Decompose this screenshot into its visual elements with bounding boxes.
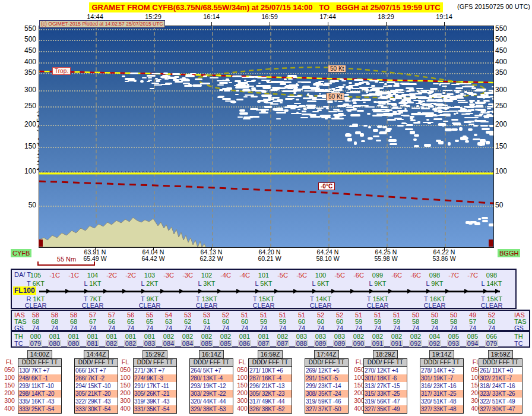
cloud — [287, 75, 297, 77]
cloud — [411, 108, 420, 109]
time-tick-label: 16:59 — [252, 13, 287, 20]
cloud — [336, 118, 344, 119]
cloud — [434, 93, 442, 94]
cloud — [350, 114, 360, 116]
cloud — [242, 89, 251, 91]
cloud — [277, 108, 283, 109]
waypoint-tick-mark — [270, 247, 270, 250]
wind-table-column-header: DDD/ FFF TT — [190, 359, 233, 367]
cloud — [297, 95, 302, 97]
wind-table-column-header: DDD/ FFF TT — [249, 359, 292, 367]
cloud — [379, 132, 387, 134]
wind-table: 14:00ZDDD/ FFF TT130/ 7KT +7248/ 6KT -12… — [18, 351, 62, 414]
waypoint-tick-mark — [153, 247, 154, 250]
waypoint-tick-mark — [444, 247, 445, 250]
cloud — [278, 112, 281, 114]
wind-table-row: 318/ 24KT -16 — [479, 382, 522, 390]
wind-table-row: 303/ 29KT -22 — [190, 390, 233, 398]
waypoint-tick-mark — [386, 247, 387, 250]
cloud — [401, 99, 409, 101]
data-value: 085 — [215, 341, 236, 347]
cloud — [232, 75, 242, 77]
cloud — [466, 83, 471, 84]
wind-table-row: 331/ 35KT -54 — [134, 405, 176, 413]
altitude-tick-label: 400 — [20, 58, 36, 66]
wind-speed: 1KT — [89, 280, 101, 287]
wind-table-row: 319/ 39KT -43 — [134, 398, 176, 405]
arrowhead — [445, 289, 450, 294]
cloud — [362, 89, 369, 90]
cloud — [438, 123, 446, 126]
wind-table-row: 287/ 16KT -4 — [249, 374, 292, 382]
wind-table-time: 18:29Z — [363, 351, 407, 358]
wind-table-row: 269/ 12KT +5 — [305, 367, 348, 374]
cloud — [420, 90, 430, 91]
wind-table-time-label: 16:59Z — [258, 350, 283, 358]
fl-level-label: 300 — [2, 397, 17, 405]
data-value: 085 — [462, 333, 483, 340]
cloud — [386, 95, 393, 97]
cloud — [309, 96, 314, 97]
cloud-condition-label: CLEAR — [70, 302, 115, 309]
isotach-label-upper: 50 Kt — [328, 65, 346, 73]
cloud — [424, 144, 431, 147]
fl-level-label: 050 — [235, 366, 249, 374]
altitude-tick-label: 200 — [495, 120, 512, 128]
cloud — [482, 217, 488, 219]
cloud — [455, 92, 460, 93]
cloud — [249, 116, 259, 117]
cloud — [251, 96, 258, 97]
boxed-value: 082 — [124, 340, 137, 347]
cloud — [443, 121, 448, 122]
cloud — [337, 105, 346, 107]
wind-table-column-header: DDD/ FFF TT — [134, 359, 176, 367]
cloud — [274, 109, 280, 111]
cloud — [345, 134, 352, 137]
cloud — [406, 125, 413, 127]
cloud — [224, 88, 232, 90]
wind-table-column-header: DDD/ FFF TT — [420, 359, 463, 367]
cloud — [142, 77, 147, 78]
route-flight-level-label: FL100 — [13, 286, 36, 295]
fl-level-column: FL050100150200300400 — [235, 351, 249, 412]
cloud — [418, 92, 428, 93]
arrowhead — [179, 289, 184, 294]
wind-speed: 2KT — [146, 280, 158, 287]
cloud — [347, 110, 352, 112]
cloud-condition-label: CLEAR — [298, 302, 343, 309]
cloud — [479, 144, 483, 146]
wind-table-row: 280/ 13KT -4 — [190, 374, 233, 382]
distance-scale-label: 55 Nm — [42, 256, 91, 263]
wind-table-row: 271/ 10KT +6 — [249, 367, 292, 374]
wind-table-row: 308/ 35KT -24 — [305, 390, 348, 398]
cloud — [326, 108, 328, 109]
wind-table-row: 302/ 21KT -7 — [479, 374, 522, 382]
wind-table-column-header: DDD/ FFF TT — [18, 359, 61, 367]
cloud — [258, 100, 264, 102]
arrowhead — [407, 289, 412, 294]
cloud — [224, 80, 230, 81]
cloud — [297, 106, 302, 108]
cloud — [307, 93, 309, 95]
cloud — [150, 75, 153, 77]
wind-table-row: 066/ 1KT +7 — [75, 367, 118, 374]
cloud — [482, 220, 488, 222]
boxed-value: 094 — [466, 340, 479, 347]
distance-scale-line — [37, 264, 95, 266]
data-value: 081 — [120, 333, 141, 340]
data-value: 081 — [63, 333, 84, 340]
wind-table-row: 320/ 51KT -48 — [420, 398, 463, 405]
data-value: 081 — [82, 333, 103, 340]
cloud — [343, 84, 346, 86]
wind-table: 19:14ZDDD/ FFF TT278/ 14KT +2301/ 19KT -… — [420, 351, 464, 414]
cloud — [360, 133, 364, 136]
cloud — [443, 100, 448, 102]
scale-tick-right — [94, 261, 95, 266]
cloud — [381, 106, 387, 108]
fl-level-label: 200 — [118, 389, 132, 397]
cloud — [156, 80, 161, 82]
wind-table-time: 14:44Z — [74, 351, 118, 358]
arrowhead — [160, 289, 165, 294]
arrowhead — [103, 289, 108, 294]
title-bar: GRAMET FROM CYFB(63.75N/68.55W/34m) at 2… — [0, 2, 532, 12]
